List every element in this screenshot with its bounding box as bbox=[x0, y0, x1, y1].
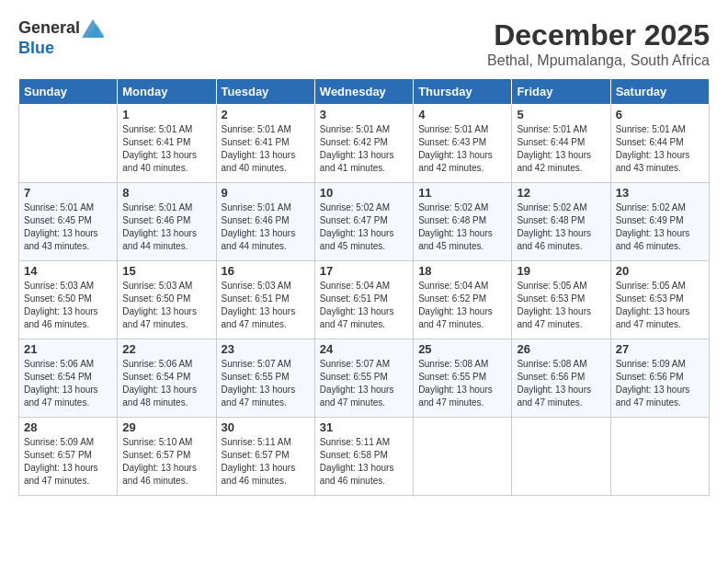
calendar-cell: 2Sunrise: 5:01 AM Sunset: 6:41 PM Daylig… bbox=[216, 105, 314, 183]
day-info: Sunrise: 5:02 AM Sunset: 6:49 PM Dayligh… bbox=[616, 201, 704, 253]
day-info: Sunrise: 5:08 AM Sunset: 6:56 PM Dayligh… bbox=[517, 358, 605, 409]
title-area: December 2025 Bethal, Mpumalanga, South … bbox=[487, 18, 710, 69]
day-info: Sunrise: 5:09 AM Sunset: 6:57 PM Dayligh… bbox=[24, 436, 112, 488]
day-info: Sunrise: 5:04 AM Sunset: 6:51 PM Dayligh… bbox=[320, 280, 408, 331]
day-number: 12 bbox=[517, 186, 605, 200]
day-number: 18 bbox=[418, 264, 506, 278]
day-number: 21 bbox=[24, 342, 112, 356]
calendar-table: SundayMondayTuesdayWednesdayThursdayFrid… bbox=[18, 78, 710, 496]
calendar-cell: 19Sunrise: 5:05 AM Sunset: 6:53 PM Dayli… bbox=[512, 261, 610, 339]
calendar-cell: 29Sunrise: 5:10 AM Sunset: 6:57 PM Dayli… bbox=[118, 418, 216, 496]
day-number: 29 bbox=[122, 420, 210, 434]
day-number: 2 bbox=[222, 108, 310, 121]
day-info: Sunrise: 5:01 AM Sunset: 6:46 PM Dayligh… bbox=[122, 201, 210, 253]
day-info: Sunrise: 5:01 AM Sunset: 6:43 PM Dayligh… bbox=[418, 123, 506, 175]
day-info: Sunrise: 5:11 AM Sunset: 6:57 PM Dayligh… bbox=[222, 436, 310, 488]
header-monday: Monday bbox=[118, 79, 216, 105]
calendar-cell: 16Sunrise: 5:03 AM Sunset: 6:51 PM Dayli… bbox=[216, 261, 314, 339]
calendar-cell bbox=[610, 418, 709, 496]
calendar-cell: 14Sunrise: 5:03 AM Sunset: 6:50 PM Dayli… bbox=[19, 261, 118, 339]
calendar-cell: 31Sunrise: 5:11 AM Sunset: 6:58 PM Dayli… bbox=[314, 418, 413, 496]
month-title: December 2025 bbox=[487, 18, 710, 52]
day-number: 23 bbox=[222, 342, 310, 356]
day-info: Sunrise: 5:02 AM Sunset: 6:48 PM Dayligh… bbox=[418, 201, 506, 253]
day-number: 31 bbox=[320, 420, 408, 434]
day-info: Sunrise: 5:04 AM Sunset: 6:52 PM Dayligh… bbox=[418, 280, 506, 331]
day-number: 22 bbox=[122, 342, 210, 356]
day-number: 13 bbox=[616, 186, 704, 200]
day-info: Sunrise: 5:03 AM Sunset: 6:51 PM Dayligh… bbox=[222, 280, 310, 331]
day-number: 9 bbox=[222, 186, 310, 200]
calendar-cell: 21Sunrise: 5:06 AM Sunset: 6:54 PM Dayli… bbox=[19, 339, 118, 418]
day-number: 8 bbox=[122, 186, 210, 200]
day-number: 6 bbox=[616, 108, 704, 121]
day-info: Sunrise: 5:02 AM Sunset: 6:47 PM Dayligh… bbox=[320, 201, 408, 253]
header-sunday: Sunday bbox=[19, 79, 118, 105]
day-info: Sunrise: 5:08 AM Sunset: 6:55 PM Dayligh… bbox=[418, 358, 506, 409]
logo-blue: Blue bbox=[18, 39, 54, 57]
header-saturday: Saturday bbox=[610, 79, 709, 105]
calendar-cell: 3Sunrise: 5:01 AM Sunset: 6:42 PM Daylig… bbox=[314, 105, 413, 183]
calendar-week-row: 1Sunrise: 5:01 AM Sunset: 6:41 PM Daylig… bbox=[19, 105, 710, 183]
day-info: Sunrise: 5:03 AM Sunset: 6:50 PM Dayligh… bbox=[122, 280, 210, 331]
header-wednesday: Wednesday bbox=[314, 79, 413, 105]
day-info: Sunrise: 5:01 AM Sunset: 6:45 PM Dayligh… bbox=[24, 201, 112, 253]
calendar-cell: 22Sunrise: 5:06 AM Sunset: 6:54 PM Dayli… bbox=[118, 339, 216, 418]
day-number: 20 bbox=[616, 264, 704, 278]
calendar-cell: 9Sunrise: 5:01 AM Sunset: 6:46 PM Daylig… bbox=[216, 183, 314, 261]
calendar-cell: 4Sunrise: 5:01 AM Sunset: 6:43 PM Daylig… bbox=[414, 105, 512, 183]
calendar-cell: 1Sunrise: 5:01 AM Sunset: 6:41 PM Daylig… bbox=[118, 105, 216, 183]
calendar-cell: 12Sunrise: 5:02 AM Sunset: 6:48 PM Dayli… bbox=[512, 183, 610, 261]
day-info: Sunrise: 5:02 AM Sunset: 6:48 PM Dayligh… bbox=[517, 201, 605, 253]
header-thursday: Thursday bbox=[414, 79, 512, 105]
calendar-cell: 24Sunrise: 5:07 AM Sunset: 6:55 PM Dayli… bbox=[314, 339, 413, 418]
logo-icon bbox=[82, 19, 104, 38]
day-info: Sunrise: 5:09 AM Sunset: 6:56 PM Dayligh… bbox=[616, 358, 704, 409]
day-info: Sunrise: 5:01 AM Sunset: 6:44 PM Dayligh… bbox=[517, 123, 605, 175]
day-number: 1 bbox=[122, 108, 210, 121]
calendar-week-row: 28Sunrise: 5:09 AM Sunset: 6:57 PM Dayli… bbox=[19, 418, 710, 496]
header-tuesday: Tuesday bbox=[216, 79, 314, 105]
calendar-cell bbox=[19, 105, 118, 183]
calendar-cell: 6Sunrise: 5:01 AM Sunset: 6:44 PM Daylig… bbox=[610, 105, 709, 183]
calendar-week-row: 7Sunrise: 5:01 AM Sunset: 6:45 PM Daylig… bbox=[19, 183, 710, 261]
calendar-cell: 26Sunrise: 5:08 AM Sunset: 6:56 PM Dayli… bbox=[512, 339, 610, 418]
day-info: Sunrise: 5:07 AM Sunset: 6:55 PM Dayligh… bbox=[222, 358, 310, 409]
day-info: Sunrise: 5:01 AM Sunset: 6:46 PM Dayligh… bbox=[222, 201, 310, 253]
calendar-cell: 5Sunrise: 5:01 AM Sunset: 6:44 PM Daylig… bbox=[512, 105, 610, 183]
calendar-cell: 8Sunrise: 5:01 AM Sunset: 6:46 PM Daylig… bbox=[118, 183, 216, 261]
day-info: Sunrise: 5:05 AM Sunset: 6:53 PM Dayligh… bbox=[517, 280, 605, 331]
calendar-cell: 15Sunrise: 5:03 AM Sunset: 6:50 PM Dayli… bbox=[118, 261, 216, 339]
calendar-cell: 25Sunrise: 5:08 AM Sunset: 6:55 PM Dayli… bbox=[414, 339, 512, 418]
day-info: Sunrise: 5:01 AM Sunset: 6:41 PM Dayligh… bbox=[122, 123, 210, 175]
logo: General Blue bbox=[18, 18, 104, 58]
day-number: 3 bbox=[320, 108, 408, 121]
day-info: Sunrise: 5:03 AM Sunset: 6:50 PM Dayligh… bbox=[24, 280, 112, 331]
calendar-cell: 20Sunrise: 5:05 AM Sunset: 6:53 PM Dayli… bbox=[610, 261, 709, 339]
day-info: Sunrise: 5:06 AM Sunset: 6:54 PM Dayligh… bbox=[122, 358, 210, 409]
calendar-cell: 28Sunrise: 5:09 AM Sunset: 6:57 PM Dayli… bbox=[19, 418, 118, 496]
day-number: 30 bbox=[222, 420, 310, 434]
calendar-cell bbox=[512, 418, 610, 496]
logo-general: General bbox=[18, 18, 80, 39]
day-info: Sunrise: 5:10 AM Sunset: 6:57 PM Dayligh… bbox=[122, 436, 210, 488]
calendar-week-row: 14Sunrise: 5:03 AM Sunset: 6:50 PM Dayli… bbox=[19, 261, 710, 339]
page-header: General Blue December 2025 Bethal, Mpuma… bbox=[18, 18, 710, 69]
day-number: 28 bbox=[24, 420, 112, 434]
header-friday: Friday bbox=[512, 79, 610, 105]
day-number: 14 bbox=[24, 264, 112, 278]
calendar-header-row: SundayMondayTuesdayWednesdayThursdayFrid… bbox=[19, 79, 710, 105]
calendar-cell bbox=[414, 418, 512, 496]
calendar-cell: 17Sunrise: 5:04 AM Sunset: 6:51 PM Dayli… bbox=[314, 261, 413, 339]
calendar-cell: 11Sunrise: 5:02 AM Sunset: 6:48 PM Dayli… bbox=[414, 183, 512, 261]
day-info: Sunrise: 5:05 AM Sunset: 6:53 PM Dayligh… bbox=[616, 280, 704, 331]
day-number: 4 bbox=[418, 108, 506, 121]
day-number: 11 bbox=[418, 186, 506, 200]
location-title: Bethal, Mpumalanga, South Africa bbox=[487, 52, 710, 69]
calendar-cell: 30Sunrise: 5:11 AM Sunset: 6:57 PM Dayli… bbox=[216, 418, 314, 496]
day-info: Sunrise: 5:01 AM Sunset: 6:42 PM Dayligh… bbox=[320, 123, 408, 175]
day-info: Sunrise: 5:01 AM Sunset: 6:41 PM Dayligh… bbox=[222, 123, 310, 175]
calendar-week-row: 21Sunrise: 5:06 AM Sunset: 6:54 PM Dayli… bbox=[19, 339, 710, 418]
day-number: 10 bbox=[320, 186, 408, 200]
calendar-cell: 13Sunrise: 5:02 AM Sunset: 6:49 PM Dayli… bbox=[610, 183, 709, 261]
